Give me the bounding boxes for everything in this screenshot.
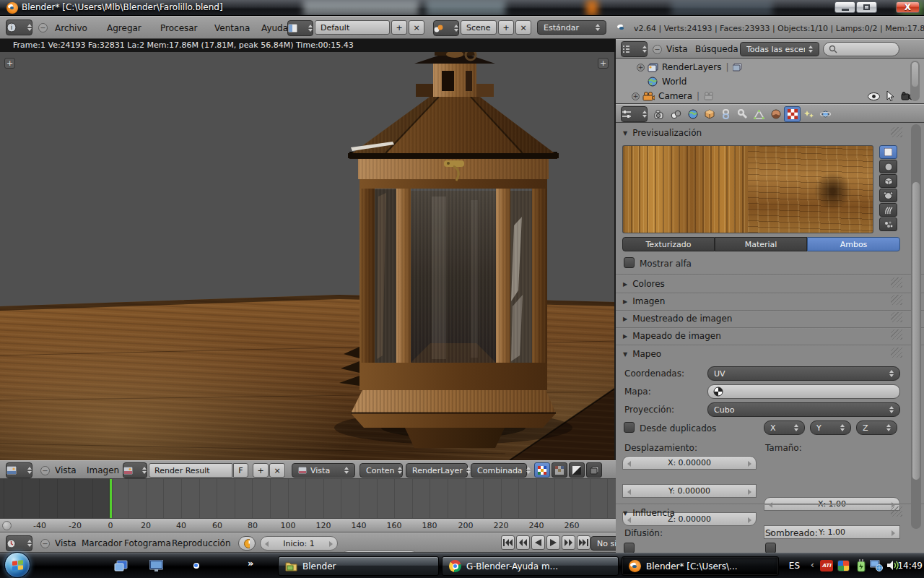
screen-layout-button[interactable] [287,20,313,36]
coordinates-select[interactable]: UV [707,366,900,381]
expand-icon[interactable]: + [632,92,640,100]
outliner-scrollbar[interactable] [910,61,920,101]
jump-start-button[interactable] [501,535,515,550]
fake-user-button[interactable]: F [233,463,248,478]
language-indicator[interactable]: ES [789,561,800,571]
editor-type-button[interactable] [6,462,32,478]
preview-monkey-button[interactable] [879,189,897,202]
preview-mode-material[interactable]: Material [715,237,807,251]
show-alpha-checkbox[interactable] [624,257,635,268]
next-keyframe-button[interactable] [562,535,575,550]
copy-image-toggle[interactable] [586,462,602,478]
delete-scene-button[interactable]: × [515,20,531,35]
taskbar-button-chrome[interactable]: G-Blender-Ayuda m... [442,556,619,576]
expand-sidebar-icon[interactable]: + [598,58,609,69]
collapse-menus-icon[interactable]: − [38,23,48,33]
scene-name-field[interactable]: Scene [461,20,497,35]
quicklaunch-switcher-icon[interactable] [149,560,163,571]
frame-start-field[interactable]: Inicio: 1 [260,536,338,551]
editor-type-button[interactable]: i [6,20,32,35]
outliner-menu-busqueda[interactable]: Búsqueda [695,44,738,54]
minimize-button[interactable] [834,1,855,13]
outliner-menu-vista[interactable]: Vista [666,44,688,54]
tab-modifiers[interactable] [734,106,751,122]
collapse-menus-icon[interactable]: − [40,539,50,548]
outliner-row-renderlayers[interactable]: + RenderLayers | [616,60,912,74]
preview-flat-button[interactable] [879,145,897,159]
image-menu-imagen[interactable]: Imagen [87,465,119,475]
axis-z-select[interactable]: Z [856,420,897,435]
panel-imagen-header[interactable]: ▶Imagen [623,296,665,306]
editor-type-button[interactable] [621,106,648,122]
panel-muestreado-header[interactable]: ▶Muestreado de imagen [623,314,732,324]
ruler-knob-icon[interactable] [2,521,12,530]
avg-tray-icon[interactable] [837,560,850,571]
properties-scrollbar[interactable] [911,124,921,529]
editor-type-button[interactable] [6,535,32,551]
draw-alpha-toggle[interactable] [552,462,567,478]
tab-object-data[interactable] [751,106,767,122]
image-menu-vista[interactable]: Vista [55,465,77,475]
add-layout-button[interactable]: + [391,20,407,35]
image-browse-button[interactable] [123,462,147,478]
expand-toolbar-icon[interactable]: + [4,58,15,69]
time-menu-reproduccion[interactable]: Reproducción [172,538,231,548]
tab-world[interactable] [684,106,701,122]
outliner-row-camera[interactable]: + Camera | [616,89,912,103]
pass-select[interactable]: Combinada [471,463,527,478]
panel-colores-header[interactable]: ▶Colores [623,279,665,289]
tab-material[interactable] [767,106,784,122]
outliner-search-field[interactable] [823,42,899,56]
taskbar-button-blender-folder[interactable]: Blender [278,556,439,576]
tray-expand-chevron[interactable]: ‹ [811,559,814,570]
tab-scene[interactable] [668,106,684,122]
maximize-button[interactable] [856,1,877,13]
offset-y-slider[interactable]: Y: 0.00000 [622,484,757,498]
play-button[interactable] [546,535,560,550]
editor-type-button[interactable] [621,41,648,57]
outliner-row-world[interactable]: World [616,74,912,89]
from-dupli-checkbox[interactable] [624,422,635,433]
visibility-eye-icon[interactable] [868,92,880,100]
panel-mapeo-header[interactable]: ▼Mapeo [623,349,661,359]
add-scene-button[interactable]: + [498,20,514,35]
delete-layout-button[interactable]: × [409,20,424,35]
outliner-scope-select[interactable]: Todas las escena [740,42,819,56]
draw-zbuffer-toggle[interactable] [569,462,585,478]
timeline-playhead[interactable] [110,479,112,518]
collapse-menus-icon[interactable]: − [653,45,662,54]
image-name-field[interactable]: Render Result [149,463,232,478]
axis-x-select[interactable]: X [764,420,805,435]
ati-tray-icon[interactable]: ATI [820,560,833,571]
map-field[interactable] [707,384,900,399]
preview-mode-texturizado[interactable]: Texturizado [622,237,715,251]
expand-icon[interactable]: + [637,64,645,72]
menu-ventana[interactable]: Ventana [214,23,250,33]
selectable-cursor-icon[interactable] [886,91,894,101]
collapse-menus-icon[interactable]: − [40,466,50,475]
ambient-checkbox[interactable] [765,543,776,553]
time-menu-vista[interactable]: Vista [55,538,77,548]
preview-cube-button[interactable] [879,174,897,188]
timeline-ruler[interactable]: -40 -20 0 20 40 60 80 100 120 140 160 18… [0,518,616,532]
tab-particles[interactable] [801,106,817,122]
time-menu-marcador[interactable]: Marcador [82,538,122,548]
menu-procesar[interactable]: Procesar [160,23,198,33]
quicklaunch-show-desktop-icon[interactable] [114,560,128,572]
jump-end-button[interactable] [577,535,590,550]
play-reverse-button[interactable] [531,535,545,550]
start-button[interactable] [4,552,30,578]
content-select[interactable]: Conten [359,463,403,478]
panel-preview-header[interactable]: ▼ Previsualización [623,128,702,138]
projection-select[interactable]: Cubo [707,402,900,417]
tab-constraints[interactable] [718,106,734,122]
new-image-button[interactable]: + [253,463,269,478]
preview-particles-button[interactable] [879,217,897,231]
tab-texture[interactable] [784,106,801,122]
tab-object[interactable] [701,106,718,122]
tab-physics[interactable] [817,106,834,122]
view-mode-select[interactable]: Vista [292,463,355,478]
close-button[interactable]: X [896,1,920,13]
draw-color-toggle[interactable] [534,462,550,478]
menu-archivo[interactable]: Archivo [55,23,87,33]
